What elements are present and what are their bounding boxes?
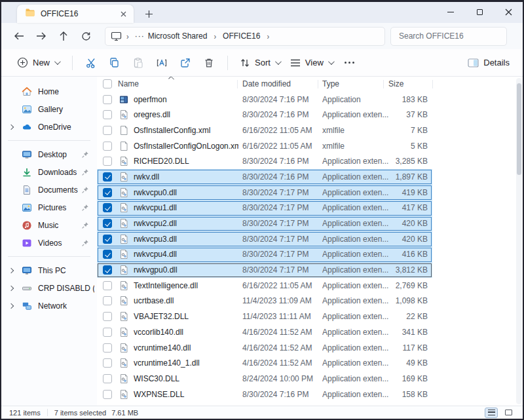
row-checkbox[interactable] xyxy=(103,219,112,228)
back-button[interactable] xyxy=(8,26,30,46)
file-row[interactable]: WXPNSE.DLL 8/30/2024 7:16 PM Application… xyxy=(97,387,432,402)
file-date-modified: 8/30/2024 7:17 PM xyxy=(242,265,320,275)
column-header-name[interactable]: Name xyxy=(118,79,139,88)
file-row[interactable]: RICHED20.DLL 8/30/2024 7:16 PM Applicati… xyxy=(97,154,432,170)
new-button[interactable]: New xyxy=(10,53,66,72)
select-all-checkbox[interactable] xyxy=(103,79,112,88)
maximize-button[interactable] xyxy=(465,2,494,22)
file-row[interactable]: oregres.dll 8/30/2024 7:16 PM Applicatio… xyxy=(97,107,432,123)
sidebar-item-gallery[interactable]: Gallery xyxy=(4,100,94,118)
refresh-button[interactable] xyxy=(75,26,97,46)
column-header-type[interactable]: Type xyxy=(322,79,339,88)
sidebar-item-downloads[interactable]: Downloads xyxy=(4,163,94,181)
row-checkbox[interactable] xyxy=(103,358,112,368)
vertical-scrollbar[interactable] xyxy=(516,78,522,404)
search-input[interactable] xyxy=(398,31,500,41)
chevron-expand-icon[interactable] xyxy=(9,303,14,308)
row-checkbox[interactable] xyxy=(103,142,112,151)
column-header-date-modified[interactable]: Date modified xyxy=(242,79,291,88)
row-checkbox[interactable] xyxy=(103,390,112,399)
file-row[interactable]: TextIntelligence.dll 6/16/2022 11:05 AM … xyxy=(97,278,432,294)
sidebar-item-this-pc[interactable]: This PC xyxy=(4,261,94,279)
search-box[interactable] xyxy=(390,27,507,46)
address-bar[interactable]: › ··· Microsoft Shared › OFFICE16 › xyxy=(105,27,385,46)
paste-button[interactable] xyxy=(126,52,150,73)
delete-button[interactable] xyxy=(197,52,221,73)
row-checkbox[interactable] xyxy=(103,250,112,259)
chevron-down-icon xyxy=(328,58,335,65)
rename-button[interactable] xyxy=(150,52,174,73)
row-checkbox[interactable] xyxy=(103,374,112,383)
share-button[interactable] xyxy=(174,52,197,73)
row-checkbox[interactable] xyxy=(103,296,112,305)
row-checkbox[interactable] xyxy=(103,126,112,135)
row-checkbox[interactable] xyxy=(103,235,112,244)
minimize-button[interactable] xyxy=(436,2,465,22)
row-checkbox[interactable] xyxy=(103,157,112,166)
row-checkbox[interactable] xyxy=(103,343,112,353)
explorer-tab[interactable]: OFFICE16 xyxy=(17,5,134,23)
row-checkbox[interactable] xyxy=(103,203,112,212)
file-row[interactable]: WISC30.DLL 8/24/2024 10:00 PM Applicatio… xyxy=(97,371,432,387)
file-name: vcruntime140_1.dll xyxy=(134,358,238,368)
breadcrumb-overflow[interactable]: ··· xyxy=(134,31,146,41)
row-checkbox[interactable] xyxy=(103,312,112,321)
file-row[interactable]: rwkv.dll 8/30/2024 7:16 PM Application e… xyxy=(97,169,432,185)
forward-button[interactable] xyxy=(30,26,52,46)
pin-icon xyxy=(81,204,89,212)
sidebar-item-onedrive[interactable]: OneDrive xyxy=(4,118,94,136)
sidebar-item-documents[interactable]: Documents xyxy=(4,181,94,199)
chevron-expand-icon[interactable] xyxy=(9,124,14,129)
large-icons-view-toggle[interactable] xyxy=(502,408,515,418)
row-checkbox[interactable] xyxy=(103,95,112,104)
row-checkbox[interactable] xyxy=(103,172,112,181)
file-row[interactable]: VBAJET32.DLL 11/4/2023 11:11 AM Applicat… xyxy=(97,309,432,325)
row-checkbox[interactable] xyxy=(103,110,112,119)
tab-close-icon[interactable] xyxy=(118,9,128,19)
file-row[interactable]: ucrtbase.dll 11/4/2023 11:09 AM Applicat… xyxy=(97,294,432,309)
sidebar-item-pictures[interactable]: Pictures xyxy=(4,199,94,216)
file-row[interactable]: OsfInstallerConfig.xml 6/16/2022 11:05 A… xyxy=(97,123,432,138)
view-button[interactable]: View xyxy=(285,54,338,71)
sidebar-item-network[interactable]: Network xyxy=(4,297,94,315)
sidebar-item-crp-disabld-d-[interactable]: CRP DISABLD (D:) xyxy=(4,279,94,297)
chevron-expand-icon[interactable] xyxy=(9,267,14,273)
sidebar-item-home[interactable]: Home xyxy=(4,83,94,100)
sidebar-item-label: Gallery xyxy=(38,105,94,114)
copy-button[interactable] xyxy=(103,52,126,73)
row-checkbox[interactable] xyxy=(103,281,112,290)
more-options-button[interactable] xyxy=(338,52,362,73)
chevron-right-icon: › xyxy=(267,31,269,41)
file-row[interactable]: rwkvcpu1.dll 8/30/2024 7:17 PM Applicati… xyxy=(97,200,432,216)
details-view-toggle[interactable] xyxy=(485,408,498,418)
chevron-expand-icon[interactable] xyxy=(9,285,14,290)
file-date-modified: 8/30/2024 7:17 PM xyxy=(242,219,320,228)
file-row[interactable]: rwkvcpu3.dll 8/30/2024 7:17 PM Applicati… xyxy=(97,231,432,247)
sort-button[interactable]: Sort xyxy=(234,54,285,72)
new-tab-button[interactable] xyxy=(140,6,157,22)
file-row[interactable]: rwkvcpu2.dll 8/30/2024 7:17 PM Applicati… xyxy=(97,216,432,232)
details-pane-button[interactable]: Details xyxy=(464,54,514,71)
file-row[interactable]: OsfInstallerConfigOnLogon.xml 6/16/2022 … xyxy=(97,138,432,154)
sidebar-item-desktop[interactable]: Desktop xyxy=(4,145,94,163)
column-header-size[interactable]: Size xyxy=(388,79,403,88)
file-row[interactable]: rwkvcpu0.dll 8/30/2024 7:17 PM Applicati… xyxy=(97,185,432,200)
file-row[interactable]: rwkvgpu0.dll 8/30/2024 7:17 PM Applicati… xyxy=(97,263,432,278)
breadcrumb-item-microsoft-shared[interactable]: Microsoft Shared xyxy=(146,30,210,42)
up-button[interactable] xyxy=(52,26,75,46)
file-row[interactable]: operfmon 8/30/2024 7:16 PM Application 1… xyxy=(97,92,432,107)
file-row[interactable]: vcruntime140_1.dll 4/16/2024 11:52 AM Ap… xyxy=(97,356,432,372)
file-row[interactable]: rwkvcpu4.dll 8/30/2024 7:17 PM Applicati… xyxy=(97,247,432,263)
scrollbar-thumb[interactable] xyxy=(517,83,521,175)
cut-button[interactable] xyxy=(79,52,103,73)
row-checkbox[interactable] xyxy=(103,328,112,337)
file-row[interactable]: vccorlib140.dll 4/16/2024 11:52 AM Appli… xyxy=(97,324,432,340)
sidebar-item-videos[interactable]: Videos xyxy=(4,234,94,252)
row-checkbox[interactable] xyxy=(103,265,112,275)
close-button[interactable] xyxy=(494,2,523,22)
breadcrumb-item-office16[interactable]: OFFICE16 xyxy=(221,30,262,42)
sidebar-item-music[interactable]: Music xyxy=(4,216,94,234)
file-row[interactable]: vcruntime140.dll 4/16/2024 11:52 AM Appl… xyxy=(97,340,432,356)
row-checkbox[interactable] xyxy=(103,188,112,197)
file-date-modified: 8/30/2024 7:17 PM xyxy=(242,188,320,197)
